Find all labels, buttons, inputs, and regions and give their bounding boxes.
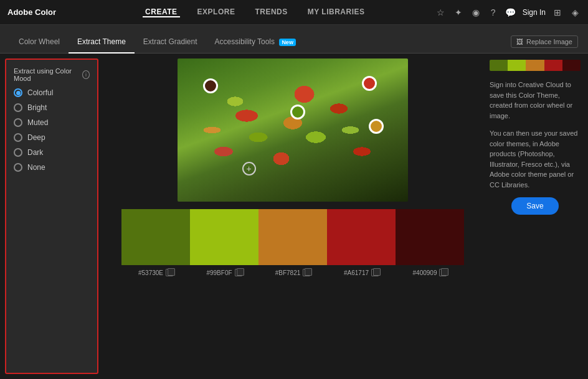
label-4: #A61717 bbox=[327, 269, 396, 276]
preview-2 bbox=[508, 60, 526, 71]
color-preview-strip bbox=[490, 60, 581, 71]
nav-libraries[interactable]: MY LIBRARIES bbox=[305, 7, 368, 17]
info-text-2: You can then use your saved color themes… bbox=[490, 128, 581, 190]
nav-explore[interactable]: EXPLORE bbox=[195, 7, 238, 17]
replace-image-button[interactable]: 🖼 Replace Image bbox=[511, 35, 578, 48]
swatch-4[interactable] bbox=[327, 209, 396, 265]
new-badge: New bbox=[279, 39, 296, 46]
radio-deep bbox=[14, 133, 22, 142]
option-deep[interactable]: Deep bbox=[14, 133, 90, 142]
label-5: #400909 bbox=[396, 269, 464, 276]
label-3: #BF7821 bbox=[258, 269, 327, 276]
nav-links: CREATE EXPLORE TRENDS MY LIBRARIES bbox=[75, 7, 435, 17]
copy-icon-2[interactable] bbox=[235, 269, 242, 276]
radio-bright bbox=[14, 103, 22, 112]
option-colorful[interactable]: Colorful bbox=[14, 88, 90, 97]
radio-colorful bbox=[14, 88, 22, 97]
image-icon: 🖼 bbox=[516, 38, 523, 45]
color-wheel-icon[interactable]: ◉ bbox=[470, 7, 481, 18]
option-bright[interactable]: Bright bbox=[14, 103, 90, 112]
sun-icon[interactable]: ✦ bbox=[453, 7, 464, 18]
radio-muted bbox=[14, 118, 22, 127]
grid-icon[interactable]: ⊞ bbox=[552, 7, 563, 18]
color-labels: #53730E #99BF0F #BF7821 #A61717 #400909 bbox=[121, 269, 464, 276]
star-icon[interactable]: ☆ bbox=[435, 7, 447, 18]
sign-in-button[interactable]: Sign In bbox=[523, 8, 546, 17]
save-button[interactable]: Save bbox=[511, 197, 558, 215]
tab-extract-theme[interactable]: Extract Theme bbox=[69, 31, 135, 54]
center-area: + #53730E #99BF0F #BF7821 bbox=[103, 54, 482, 379]
swatch-2[interactable] bbox=[190, 209, 258, 265]
label-1: #53730E bbox=[121, 269, 190, 276]
nav-create[interactable]: CREATE bbox=[143, 7, 179, 17]
right-panel: Sign into Creative Cloud to save this Co… bbox=[482, 54, 588, 379]
copy-icon-4[interactable] bbox=[371, 269, 379, 276]
preview-5 bbox=[562, 60, 581, 71]
radio-dark bbox=[14, 148, 22, 157]
nav-right: ☆ ✦ ◉ ? 💬 Sign In ⊞ ◈ bbox=[435, 7, 581, 18]
label-2: #99BF0F bbox=[190, 269, 258, 276]
swatch-3[interactable] bbox=[258, 209, 327, 265]
help-icon[interactable]: ? bbox=[488, 7, 499, 18]
color-palette bbox=[121, 209, 464, 265]
color-pin-2[interactable] bbox=[362, 76, 377, 91]
preview-3 bbox=[526, 60, 544, 71]
color-pin-1[interactable] bbox=[203, 78, 218, 93]
swatch-1[interactable] bbox=[121, 209, 190, 265]
chat-icon[interactable]: 💬 bbox=[505, 7, 516, 18]
tab-accessibility-tools[interactable]: Accessibility Tools New bbox=[206, 31, 305, 54]
color-pin-add-1[interactable]: + bbox=[242, 162, 256, 175]
color-pin-3[interactable] bbox=[290, 105, 305, 119]
tabs-bar: Color Wheel Extract Theme Extract Gradie… bbox=[0, 25, 588, 54]
nav-trends[interactable]: TRENDS bbox=[252, 7, 290, 17]
info-icon[interactable]: i bbox=[82, 70, 90, 79]
swatch-5[interactable] bbox=[396, 209, 464, 265]
preview-4 bbox=[544, 60, 562, 71]
image-container[interactable]: + bbox=[178, 58, 408, 202]
preview-1 bbox=[490, 60, 508, 71]
option-dark[interactable]: Dark bbox=[14, 148, 90, 157]
main-content: Extract using Color Mood i Colorful Brig… bbox=[0, 54, 588, 379]
panel-title: Extract using Color Mood i bbox=[14, 67, 90, 82]
color-pin-4[interactable] bbox=[369, 119, 384, 134]
apps-icon[interactable]: ◈ bbox=[569, 7, 581, 18]
option-muted[interactable]: Muted bbox=[14, 118, 90, 127]
tab-color-wheel[interactable]: Color Wheel bbox=[10, 31, 69, 54]
copy-icon-1[interactable] bbox=[166, 269, 173, 276]
top-nav: Adobe Color CREATE EXPLORE TRENDS MY LIB… bbox=[0, 0, 588, 25]
info-text-1: Sign into Creative Cloud to save this Co… bbox=[490, 80, 581, 121]
copy-icon-3[interactable] bbox=[303, 269, 310, 276]
tab-extract-gradient[interactable]: Extract Gradient bbox=[135, 31, 206, 54]
radio-none bbox=[14, 163, 22, 172]
app-logo: Adobe Color bbox=[7, 7, 56, 17]
mood-options: Colorful Bright Muted Deep Dark None bbox=[14, 88, 90, 172]
copy-icon-5[interactable] bbox=[439, 269, 447, 276]
left-panel: Extract using Color Mood i Colorful Brig… bbox=[5, 58, 98, 374]
option-none[interactable]: None bbox=[14, 163, 90, 172]
